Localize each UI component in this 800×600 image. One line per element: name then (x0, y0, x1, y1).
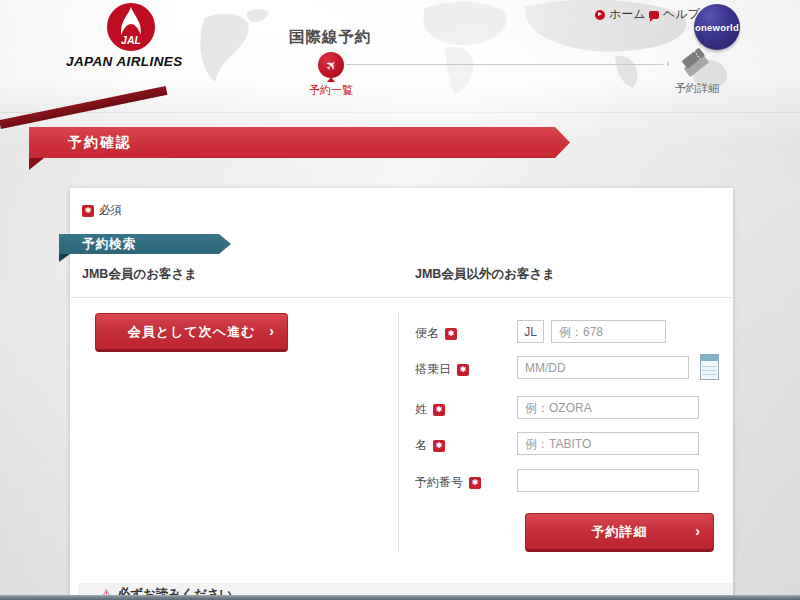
step-arrow-icon: › (666, 57, 670, 69)
step-label-reservation-detail: 予約詳細 (665, 81, 729, 96)
flight-number-label: 便名 ✱ (415, 325, 457, 342)
help-link[interactable]: ヘルプ (649, 6, 700, 23)
bottom-edge-bar (0, 595, 800, 600)
required-icon: ✱ (433, 404, 445, 416)
reservation-number-input[interactable] (517, 469, 699, 492)
oneworld-logo: oneworld (694, 4, 740, 50)
airline-name: JAPAN AIRLINES (66, 54, 198, 69)
boarding-date-input[interactable] (517, 356, 689, 379)
ticket-icon (679, 47, 711, 77)
plane-icon: ✈ (323, 57, 340, 74)
flight-number-label-text: 便名 (415, 325, 439, 342)
boarding-date-label-text: 搭乗日 (415, 361, 451, 378)
page-title: 国際線予約 (289, 27, 372, 48)
tab-reservation-search: 予約検索 (59, 234, 231, 254)
last-name-input[interactable] (517, 396, 699, 419)
boarding-date-label: 搭乗日 ✱ (415, 361, 469, 378)
banner-fold (29, 158, 44, 170)
reservation-detail-button[interactable]: 予約詳細 › (525, 513, 714, 552)
member-section-heading: JMB会員のお客さま (82, 266, 197, 283)
step-connector-line (346, 64, 664, 65)
page-banner: 予約確認 (29, 127, 570, 158)
help-icon (649, 11, 659, 19)
home-link[interactable]: ホーム (595, 6, 646, 23)
required-icon: ✱ (457, 364, 469, 376)
step-current-plane-icon: ✈ (318, 52, 344, 78)
first-name-input[interactable] (517, 432, 699, 455)
required-icon: ✱ (82, 205, 94, 217)
last-name-label-text: 姓 (415, 401, 427, 418)
home-label: ホーム (609, 6, 646, 23)
flight-carrier-prefix[interactable] (517, 320, 544, 343)
first-name-label-text: 名 (415, 437, 427, 454)
required-legend: ✱ 必須 (82, 203, 122, 218)
search-ribbon-fold (59, 254, 70, 262)
chevron-right-icon: › (695, 523, 701, 539)
step-label-reservation-list: 予約一覧 (301, 83, 361, 98)
required-icon: ✱ (445, 328, 457, 340)
required-label: 必須 (99, 203, 122, 218)
svg-text:JAL: JAL (121, 34, 141, 46)
required-icon: ✱ (469, 477, 481, 489)
caret-up-icon (327, 77, 335, 82)
home-icon (595, 10, 605, 20)
calendar-icon[interactable] (700, 354, 719, 380)
oneworld-label: oneworld (695, 22, 739, 33)
chevron-right-icon: › (269, 323, 275, 339)
heading-divider (71, 297, 732, 298)
jal-crane-icon: JAL (106, 2, 156, 52)
proceed-as-member-button[interactable]: 会員として次へ進む › (95, 313, 288, 352)
last-name-label: 姓 ✱ (415, 401, 445, 418)
reservation-detail-label: 予約詳細 (592, 523, 648, 541)
reservation-number-label: 予約番号 ✱ (415, 474, 481, 491)
guest-section-heading: JMB会員以外のお客さま (415, 266, 555, 283)
reservation-number-label-text: 予約番号 (415, 474, 463, 491)
jal-booking-page: JAL JAPAN AIRLINES 国際線予約 ホーム ヘルプ oneworl… (0, 0, 800, 600)
column-divider (398, 312, 399, 553)
jal-logo[interactable]: JAL JAPAN AIRLINES (66, 2, 198, 72)
flight-number-input[interactable] (551, 320, 666, 343)
proceed-as-member-label: 会員として次へ進む (128, 323, 256, 341)
first-name-label: 名 ✱ (415, 437, 445, 454)
required-icon: ✱ (433, 440, 445, 452)
